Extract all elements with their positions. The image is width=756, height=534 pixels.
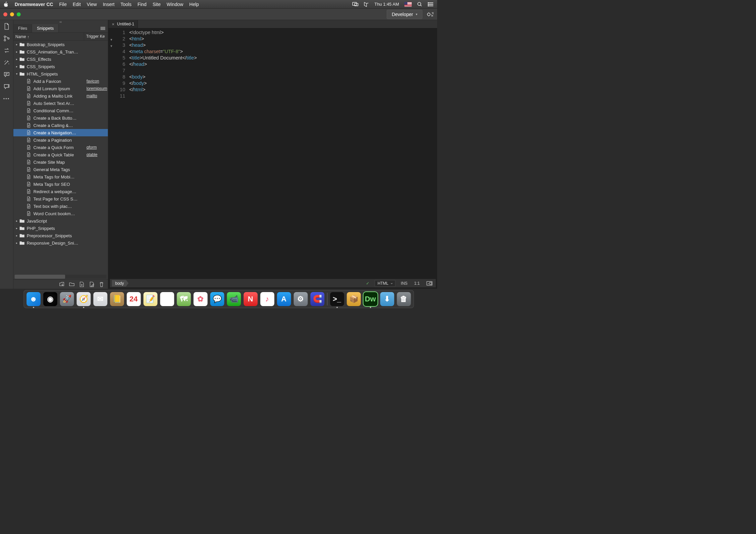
new-snippet-icon[interactable] [79, 282, 84, 287]
window-minimize-button[interactable] [10, 12, 14, 16]
disclosure-icon[interactable]: ▸ [15, 219, 19, 223]
disclosure-icon[interactable]: ▸ [15, 234, 19, 238]
disclosure-icon[interactable]: ▸ [15, 50, 19, 54]
snippet-row[interactable]: Text box with plac… [13, 203, 108, 210]
menu-view[interactable]: View [87, 2, 97, 7]
lint-ok-icon[interactable]: ✓ [363, 281, 373, 286]
snippet-row[interactable]: General Meta Tags [13, 166, 108, 173]
dock-messages[interactable]: 💬 [210, 292, 224, 306]
dock-dreamweaver[interactable]: Dw [363, 292, 377, 306]
dock-trash[interactable]: 🗑 [397, 292, 411, 306]
app-name[interactable]: Dreamweaver CC [15, 2, 53, 7]
dock-facetime[interactable]: 📹 [227, 292, 241, 306]
folder-row[interactable]: ▸CSS_Snippets [13, 63, 108, 70]
dock-itunes[interactable]: ♪ [260, 292, 274, 306]
dock-contacts[interactable]: 📒 [110, 292, 124, 306]
menu-tools[interactable]: Tools [121, 2, 132, 7]
dock-reminders[interactable]: ☑ [160, 292, 174, 306]
apple-menu-icon[interactable] [3, 2, 9, 7]
menu-help[interactable]: Help [189, 2, 199, 7]
dock-downloads[interactable]: ⬇ [380, 292, 394, 306]
workspace-switcher[interactable]: Developer ▾ [387, 10, 422, 19]
dock-maps[interactable]: 🗺 [177, 292, 191, 306]
insert-mode[interactable]: INS [397, 281, 411, 286]
disclosure-icon[interactable]: ▸ [15, 241, 19, 245]
file-tool-icon[interactable] [3, 23, 10, 30]
code-area[interactable]: 12▼3▼4567891011 <!doctype html><html><he… [109, 28, 437, 279]
git-tool-icon[interactable] [3, 35, 10, 42]
output-tool-icon[interactable] [3, 83, 10, 90]
dock-launchpad[interactable]: 🚀 [60, 292, 74, 306]
tag-selector-breadcrumb[interactable]: body [112, 280, 129, 287]
window-zoom-button[interactable] [17, 12, 21, 16]
snippet-row[interactable]: Meta Tags for SEO [13, 180, 108, 188]
folder-row[interactable]: ▸CSS_Effects [13, 55, 108, 63]
language-mode-select[interactable]: HTML [375, 280, 396, 287]
window-close-button[interactable] [3, 12, 7, 16]
panel-collapse-button[interactable]: ‹‹ [13, 20, 108, 24]
menubar-clock[interactable]: Thu 1:45 AM [374, 2, 399, 7]
snippet-row[interactable]: Create a Navigation… [13, 129, 108, 136]
sync-settings-icon[interactable] [426, 11, 434, 18]
folder-row[interactable]: ▸Preprocessor_Snippets [13, 232, 108, 239]
panel-h-scrollbar[interactable] [15, 275, 107, 279]
snippet-row[interactable]: Auto Select Text Ar… [13, 100, 108, 107]
menu-insert[interactable]: Insert [103, 2, 115, 7]
column-name-header[interactable]: Name↑ [13, 33, 84, 40]
snippet-row[interactable]: Word Count bookm… [13, 210, 108, 217]
preview-toggle-icon[interactable] [423, 281, 436, 286]
close-tab-icon[interactable]: × [112, 22, 115, 27]
menu-window[interactable]: Window [167, 2, 183, 7]
snippet-row[interactable]: Create a Back Butto… [13, 114, 108, 122]
folder-row[interactable]: ▸CSS_Animation_&_Tran… [13, 48, 108, 55]
dock-news[interactable]: N [243, 292, 257, 306]
snippet-row[interactable]: Redirect a webpage… [13, 188, 108, 195]
snippet-row[interactable]: Create a Calling &… [13, 122, 108, 129]
snippet-row[interactable]: Create Site Map [13, 158, 108, 166]
folder-row[interactable]: ▾HTML_Snippets [13, 70, 108, 78]
notification-icon[interactable] [364, 2, 369, 7]
dock-terminal[interactable]: >_ [330, 292, 344, 306]
notification-center-icon[interactable] [428, 2, 434, 7]
dock-package[interactable]: 📦 [347, 292, 361, 306]
dock-calendar[interactable]: 24 [127, 292, 141, 306]
file-tab[interactable]: × Untitled-1 [109, 20, 138, 28]
menu-find[interactable]: Find [138, 2, 147, 7]
column-trigger-header[interactable]: Trigger Ke [84, 33, 108, 40]
snippet-row[interactable]: Create a Pagination [13, 136, 108, 144]
folder-row[interactable]: ▸Bootstrap_Snippets [13, 41, 108, 48]
panel-menu-icon[interactable] [98, 24, 108, 32]
snippets-tree[interactable]: ▸Bootstrap_Snippets▸CSS_Animation_&_Tran… [13, 41, 108, 274]
dock-photos[interactable]: ✿ [193, 292, 207, 306]
folder-row[interactable]: ▸Responsive_Design_Sni… [13, 239, 108, 247]
snippet-row[interactable]: Meta Tags for Mobi… [13, 173, 108, 180]
more-tools-icon[interactable]: ••• [3, 95, 10, 102]
wand-tool-icon[interactable] [3, 59, 10, 66]
dock-notes[interactable]: 📝 [143, 292, 157, 306]
spotlight-icon[interactable] [417, 2, 422, 7]
disclosure-icon[interactable]: ▾ [15, 72, 19, 76]
disclosure-icon[interactable]: ▸ [15, 57, 19, 61]
new-folder-icon[interactable] [69, 282, 74, 287]
dock-finder[interactable]: ☻ [26, 292, 40, 306]
dock-mail[interactable]: ✉ [93, 292, 107, 306]
folder-row[interactable]: ▸JavaScript [13, 217, 108, 225]
swap-tool-icon[interactable] [3, 47, 10, 54]
input-source-flag-icon[interactable] [404, 2, 412, 7]
disclosure-icon[interactable]: ▸ [15, 226, 19, 230]
dock-appstore[interactable]: A [277, 292, 291, 306]
snippet-row[interactable]: Adding a Mailto Linkmailto [13, 92, 108, 100]
snippet-row[interactable]: Test Page for CSS S… [13, 195, 108, 203]
dock-safari[interactable]: 🧭 [76, 292, 90, 306]
dock-siri[interactable]: ◉ [43, 292, 57, 306]
snippet-row[interactable]: Add a Faviconfavicon [13, 78, 108, 85]
menu-file[interactable]: File [59, 2, 67, 7]
comment-tool-icon[interactable] [3, 71, 10, 78]
panel-tab-files[interactable]: Files [13, 24, 32, 32]
insert-snippet-icon[interactable] [59, 282, 64, 287]
snippet-row[interactable]: Create a Quick Formqform [13, 144, 108, 151]
snippet-row[interactable]: Add Loreum Ipsumloremipsum [13, 85, 108, 92]
edit-snippet-icon[interactable] [89, 282, 94, 287]
panel-tab-snippets[interactable]: Snippets [32, 24, 59, 32]
menu-edit[interactable]: Edit [73, 2, 81, 7]
